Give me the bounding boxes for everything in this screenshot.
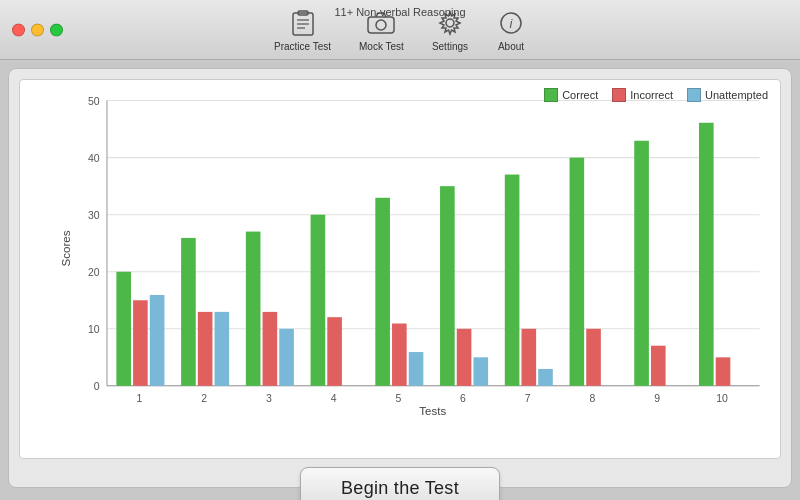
bar-incorrect-4 xyxy=(327,317,342,386)
bar-correct-9 xyxy=(634,141,649,386)
svg-text:0: 0 xyxy=(94,380,100,392)
titlebar: 11+ Non-verbal Reasoning Practice Test xyxy=(0,0,800,60)
svg-text:8: 8 xyxy=(590,392,596,404)
minimize-button[interactable] xyxy=(31,23,44,36)
bar-correct-1 xyxy=(116,272,131,386)
bar-correct-8 xyxy=(570,158,585,386)
bar-incorrect-1 xyxy=(133,300,148,386)
chart-legend: Correct Incorrect Unattempted xyxy=(544,88,768,102)
about-label: About xyxy=(498,41,524,52)
legend-unattempted-box xyxy=(687,88,701,102)
bar-incorrect-7 xyxy=(522,329,537,386)
svg-text:5: 5 xyxy=(395,392,401,404)
svg-text:6: 6 xyxy=(460,392,466,404)
bar-incorrect-8 xyxy=(586,329,601,386)
bar-incorrect-6 xyxy=(457,329,472,386)
svg-point-7 xyxy=(446,19,454,27)
chart-svg-wrapper: 50 40 30 20 10 0 Scores Tests 1 xyxy=(60,90,770,428)
bar-unattempted-6 xyxy=(473,357,488,386)
legend-incorrect: Incorrect xyxy=(612,88,673,102)
svg-text:9: 9 xyxy=(654,392,660,404)
svg-text:3: 3 xyxy=(266,392,272,404)
svg-text:40: 40 xyxy=(88,152,100,164)
svg-text:2: 2 xyxy=(201,392,207,404)
close-button[interactable] xyxy=(12,23,25,36)
svg-text:10: 10 xyxy=(716,392,728,404)
toolbar-item-practice-test[interactable]: Practice Test xyxy=(260,4,345,56)
bar-unattempted-5 xyxy=(409,352,424,386)
bar-correct-2 xyxy=(181,238,196,386)
bar-incorrect-2 xyxy=(198,312,213,386)
bar-correct-5 xyxy=(375,198,390,386)
clipboard-icon xyxy=(288,8,318,38)
svg-text:7: 7 xyxy=(525,392,531,404)
bar-incorrect-10 xyxy=(716,357,731,386)
svg-text:Scores: Scores xyxy=(61,230,73,266)
window-controls xyxy=(12,23,63,36)
begin-test-button[interactable]: Begin the Test xyxy=(300,467,500,500)
practice-test-label: Practice Test xyxy=(274,41,331,52)
legend-unattempted: Unattempted xyxy=(687,88,768,102)
bar-unattempted-1 xyxy=(150,295,165,386)
bar-correct-10 xyxy=(699,123,714,386)
svg-text:20: 20 xyxy=(88,266,100,278)
bar-chart: 50 40 30 20 10 0 Scores Tests 1 xyxy=(60,90,770,428)
bar-correct-4 xyxy=(311,215,326,386)
maximize-button[interactable] xyxy=(50,23,63,36)
svg-text:50: 50 xyxy=(88,95,100,107)
svg-text:1: 1 xyxy=(136,392,142,404)
bar-incorrect-3 xyxy=(263,312,278,386)
main-content: Correct Incorrect Unattempted xyxy=(8,68,792,488)
legend-incorrect-label: Incorrect xyxy=(630,89,673,101)
svg-point-6 xyxy=(376,20,386,30)
bar-unattempted-2 xyxy=(215,312,230,386)
bar-unattempted-7 xyxy=(538,369,553,386)
svg-text:10: 10 xyxy=(88,323,100,335)
info-icon: i xyxy=(496,8,526,38)
bar-incorrect-5 xyxy=(392,324,407,386)
settings-label: Settings xyxy=(432,41,468,52)
toolbar-item-about[interactable]: i About xyxy=(482,4,540,56)
svg-text:30: 30 xyxy=(88,209,100,221)
legend-unattempted-label: Unattempted xyxy=(705,89,768,101)
bar-correct-6 xyxy=(440,186,455,386)
legend-correct-box xyxy=(544,88,558,102)
bar-incorrect-9 xyxy=(651,346,666,386)
svg-text:4: 4 xyxy=(331,392,337,404)
bar-unattempted-3 xyxy=(279,329,294,386)
bar-correct-3 xyxy=(246,232,261,386)
bar-correct-7 xyxy=(505,175,520,386)
chart-container: Correct Incorrect Unattempted xyxy=(19,79,781,459)
app-title: 11+ Non-verbal Reasoning xyxy=(334,6,465,18)
svg-text:i: i xyxy=(510,16,514,31)
svg-text:Tests: Tests xyxy=(419,405,446,417)
legend-correct-label: Correct xyxy=(562,89,598,101)
legend-incorrect-box xyxy=(612,88,626,102)
mock-test-label: Mock Test xyxy=(359,41,404,52)
legend-correct: Correct xyxy=(544,88,598,102)
